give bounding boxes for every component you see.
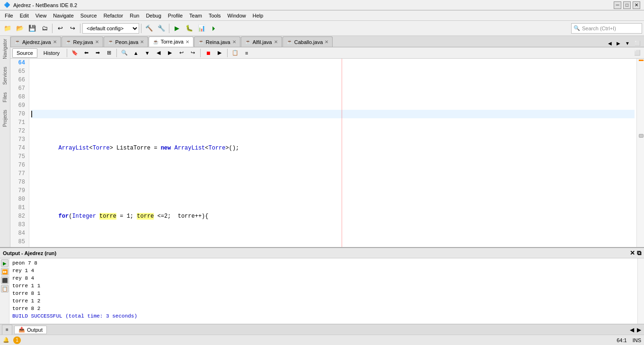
close-tab-reina[interactable]: ✕	[232, 39, 236, 44]
output-tab[interactable]: 📤 Output	[14, 326, 47, 334]
run-project-button[interactable]: ⏵	[208, 23, 220, 34]
tab-label-rey: Rey.java	[73, 39, 93, 45]
tab-caballo[interactable]: ☕ Caballo.java ✕	[282, 36, 333, 47]
new-project-button[interactable]: 📁	[2, 23, 13, 34]
tab-dropdown[interactable]: ▼	[623, 40, 632, 47]
close-tab-torre[interactable]: ✕	[185, 39, 189, 44]
find-button[interactable]: 🔍	[120, 48, 129, 58]
btn10[interactable]: ↩	[176, 48, 186, 58]
menu-refactor[interactable]: Refactor	[101, 12, 126, 19]
bottom-left-icon[interactable]: ≡	[2, 325, 12, 335]
close-button[interactable]: ✕	[633, 1, 640, 9]
stop-output-button[interactable]: ⬛	[1, 276, 9, 284]
code-editor[interactable]: 64 65 66 67 68 69 70 71 72 73 74 75 76 7…	[10, 59, 636, 247]
menu-view[interactable]: View	[33, 12, 50, 19]
menu-window[interactable]: Window	[225, 12, 249, 19]
tab-rey[interactable]: ☕ Rey.java ✕	[62, 36, 103, 47]
menu-help[interactable]: Help	[250, 12, 266, 19]
services-tab[interactable]: Services	[2, 65, 8, 87]
breakpoint-button[interactable]: ⏹	[203, 48, 213, 58]
prev-occurrence-button[interactable]: ▲	[131, 48, 141, 58]
projects-tab[interactable]: Projects	[2, 108, 8, 129]
output-tab-label: Output	[27, 327, 43, 333]
source-sep-3	[200, 49, 201, 57]
tab-alfil[interactable]: ☕ Alfil.java ✕	[241, 36, 282, 47]
save-all-button[interactable]: 🗂	[39, 23, 50, 34]
maximize-editor-button[interactable]: ⬜	[633, 48, 642, 58]
bottom-scroll-right[interactable]: ▶	[636, 326, 642, 334]
source-tab-history[interactable]: History	[39, 48, 64, 58]
tab-label-reina: Reina.java	[206, 39, 230, 45]
notification-count: 1	[13, 336, 21, 344]
close-tab-ajedrez[interactable]: ✕	[53, 39, 57, 44]
menu-team[interactable]: Team	[186, 12, 205, 19]
config-dropdown[interactable]: <default config>	[82, 23, 139, 34]
output-line-7: BUILD SUCCESSFUL (total time: 3 seconds)	[12, 312, 635, 320]
profile-button[interactable]: 📊	[196, 23, 207, 34]
menu-debug[interactable]: Debug	[143, 12, 164, 19]
right-scrollbar[interactable]	[636, 59, 644, 247]
cursor-position: 64:1	[617, 337, 626, 343]
toolbar-sep-3	[141, 24, 141, 33]
btn8[interactable]: ◀	[154, 48, 163, 58]
menu-profile[interactable]: Profile	[165, 12, 185, 19]
redo-button[interactable]: ↪	[67, 23, 78, 34]
tab-torre[interactable]: ☕ Torre.java ✕	[149, 36, 193, 47]
maximize-button[interactable]: □	[623, 1, 631, 9]
menu-tools[interactable]: Tools	[206, 12, 224, 19]
btn9[interactable]: ▶	[165, 48, 175, 58]
tab-maximize[interactable]: ⬜	[633, 40, 642, 47]
menu-file[interactable]: File	[2, 12, 16, 19]
menu-navigate[interactable]: Navigate	[50, 12, 76, 19]
toggle-bookmark-button[interactable]: 🔖	[70, 48, 79, 58]
tab-label-torre: Torre.java	[160, 39, 183, 44]
build-button[interactable]: 🔨	[143, 23, 155, 34]
files-tab[interactable]: Files	[2, 90, 8, 104]
bottom-scroll-left[interactable]: ◀	[629, 326, 635, 334]
tab-scroll-left[interactable]: ◀	[606, 40, 614, 47]
close-tab-alfil[interactable]: ✕	[274, 39, 278, 44]
next-occurrence-button[interactable]: ▼	[142, 48, 152, 58]
code-content[interactable]: ArrayList<Torre> ListaTorre = new ArrayL…	[29, 59, 636, 247]
open-project-button[interactable]: 📂	[14, 23, 26, 34]
close-tab-rey[interactable]: ✕	[95, 39, 99, 44]
tab-label-peon: Peon.java	[115, 39, 139, 45]
undo-button[interactable]: ↩	[54, 23, 66, 34]
toolbar-sep-1	[52, 24, 53, 33]
rerun-output-button[interactable]: ⏩	[1, 268, 9, 275]
output-line-1: rey 1 4	[12, 267, 635, 274]
btn4[interactable]: ⊞	[104, 48, 114, 58]
close-tab-caballo[interactable]: ✕	[325, 39, 328, 44]
run-button[interactable]: ▶	[171, 23, 183, 34]
run-output-button[interactable]: ▶	[1, 259, 9, 267]
btn11[interactable]: ↪	[188, 48, 197, 58]
btn15[interactable]: ≡	[242, 48, 251, 58]
tab-reina[interactable]: ☕ Reina.java ✕	[194, 36, 240, 47]
next-bookmark-button[interactable]: ➡	[93, 48, 102, 58]
search-bar[interactable]: 🔍 Search (Ctrl+I)	[571, 23, 642, 34]
close-tab-peon[interactable]: ✕	[140, 39, 144, 44]
output-scrollbar[interactable]	[637, 258, 644, 324]
navigator-tab[interactable]: Navigator	[2, 37, 8, 61]
btn14[interactable]: 📋	[230, 48, 240, 58]
prev-bookmark-button[interactable]: ⬅	[81, 48, 91, 58]
menu-run[interactable]: Run	[127, 12, 142, 19]
java-icon-reina: ☕	[198, 39, 204, 44]
menu-source[interactable]: Source	[78, 12, 100, 19]
debug-button[interactable]: 🐛	[184, 23, 195, 34]
tab-scroll-right[interactable]: ▶	[615, 40, 622, 47]
tab-ajedrez[interactable]: ☕ Ajedrez.java ✕	[10, 36, 61, 47]
detach-output-button[interactable]: ⧉	[637, 249, 641, 257]
bottom-tab-controls: ◀ ▶	[629, 326, 642, 334]
save-button[interactable]: 💾	[26, 23, 38, 34]
clean-build-button[interactable]: 🔧	[156, 23, 167, 34]
close-output-button[interactable]: ✕	[630, 249, 635, 257]
tab-peon[interactable]: ☕ Peon.java ✕	[104, 36, 149, 47]
source-tab-source[interactable]: Source	[12, 48, 37, 58]
menu-edit[interactable]: Edit	[17, 12, 32, 19]
minimize-button[interactable]: ─	[614, 1, 621, 9]
continue-button[interactable]: ▶	[215, 48, 224, 58]
copy-output-button[interactable]: 📋	[1, 285, 9, 292]
scroll-thumb[interactable]	[639, 134, 644, 138]
tab-label-alfil: Alfil.java	[253, 39, 272, 45]
